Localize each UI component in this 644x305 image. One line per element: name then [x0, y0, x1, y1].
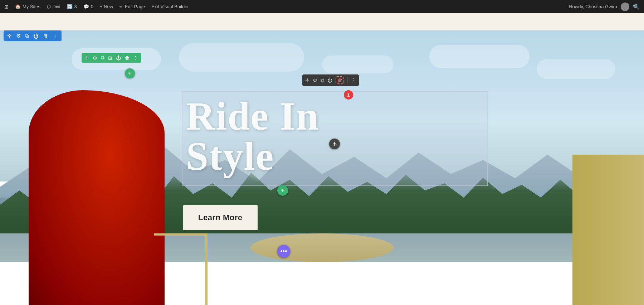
divi-label: Divi — [53, 4, 60, 9]
section-layout-icon[interactable]: ⊞ — [108, 55, 112, 61]
new-label: + New — [100, 4, 113, 9]
sync-menu[interactable]: 🔄 3 — [67, 4, 77, 9]
cloud-3 — [322, 55, 394, 73]
module-more-icon[interactable]: ⋮ — [351, 77, 356, 83]
module-delete-icon[interactable]: 🗑 — [336, 76, 344, 84]
wp-icon: ⊞ — [4, 4, 9, 10]
section-options-button[interactable]: ••• — [277, 245, 290, 258]
cloud-2 — [179, 43, 304, 72]
hero-section: Ride In Style Learn More — [0, 30, 644, 305]
module-power-icon[interactable]: ⏻ — [327, 77, 332, 83]
row-add-button[interactable]: + — [277, 185, 288, 196]
section-delete-icon[interactable]: 🗑 — [125, 55, 130, 61]
move-icon[interactable]: ✛ — [7, 33, 12, 39]
section-power-icon[interactable]: ⏻ — [116, 55, 121, 61]
exit-builder-label: Exit Visual Builder — [151, 4, 189, 9]
section-add-icon[interactable]: ✛ — [85, 55, 89, 61]
hero-heading: Ride In Style — [186, 96, 319, 176]
section-toolbar: ✛ ⚙ ⧉ ⊞ ⏻ 🗑 ⋮ — [82, 53, 141, 63]
divi-menu[interactable]: ⬡ Divi — [47, 4, 60, 9]
comments-icon: 💬 — [83, 4, 89, 9]
my-sites-label: My Sites — [23, 4, 40, 9]
more-icon[interactable]: ⋮ — [53, 33, 58, 39]
divi-icon: ⬡ — [47, 4, 51, 9]
module-copy-icon[interactable]: ⧉ — [321, 77, 324, 83]
admin-bar: ⊞ 🏠 My Sites ⬡ Divi 🔄 3 💬 0 + New ✏ Edit… — [0, 0, 644, 13]
divi-toolbar-strip — [0, 13, 644, 30]
cloud-4 — [429, 45, 530, 68]
settings-icon[interactable]: ⚙ — [16, 33, 21, 39]
sync-icon: 🔄 — [67, 4, 73, 9]
section-copy-icon[interactable]: ⧉ — [101, 55, 104, 61]
page-builder-toolbar: ✛ ⚙ ⧉ ⏻ 🗑 ⋮ — [4, 30, 62, 41]
avatar — [621, 3, 629, 11]
admin-bar-right: Howdy, Christina Gwira 🔍 — [569, 3, 640, 11]
search-icon[interactable]: 🔍 — [633, 4, 640, 10]
delete-icon[interactable]: 🗑 — [43, 33, 48, 39]
heading-line2: Style — [186, 136, 319, 176]
heading-line1: Ride In — [186, 96, 319, 136]
comments-count: 0 — [91, 4, 93, 9]
exit-builder-btn[interactable]: Exit Visual Builder — [151, 4, 189, 9]
section-settings-icon[interactable]: ⚙ — [93, 55, 97, 61]
howdy-label: Howdy, Christina Gwira — [569, 4, 617, 9]
boat-edge-right — [572, 155, 644, 305]
learn-more-button[interactable]: Learn More — [183, 205, 258, 230]
wp-logo[interactable]: ⊞ — [4, 4, 9, 10]
boat-rail-left — [154, 233, 208, 305]
module-settings-icon[interactable]: ⚙ — [313, 77, 317, 83]
red-figure — [29, 90, 165, 305]
my-sites-menu[interactable]: 🏠 My Sites — [15, 4, 40, 9]
new-menu[interactable]: + New — [100, 4, 113, 9]
notification-badge: 1 — [344, 90, 353, 100]
column-add-button[interactable]: + — [329, 139, 340, 149]
sync-count: 3 — [74, 4, 77, 9]
toolbar-separator — [347, 77, 348, 83]
copy-icon[interactable]: ⧉ — [25, 33, 29, 39]
comments-menu[interactable]: 💬 0 — [83, 4, 93, 9]
section-more-icon[interactable]: ⋮ — [133, 55, 138, 61]
module-toolbar: ✛ ⚙ ⧉ ⏻ 🗑 ⋮ — [302, 74, 359, 86]
cloud-5 — [537, 59, 615, 79]
hero-beach — [250, 233, 394, 262]
module-add-icon[interactable]: ✛ — [305, 77, 309, 83]
sites-icon: 🏠 — [15, 4, 21, 9]
edit-page-label: ✏ Edit Page — [119, 4, 145, 9]
edit-page-btn[interactable]: ✏ Edit Page — [119, 4, 145, 9]
power-icon[interactable]: ⏻ — [33, 33, 39, 39]
section-add-button[interactable]: + — [125, 68, 135, 78]
